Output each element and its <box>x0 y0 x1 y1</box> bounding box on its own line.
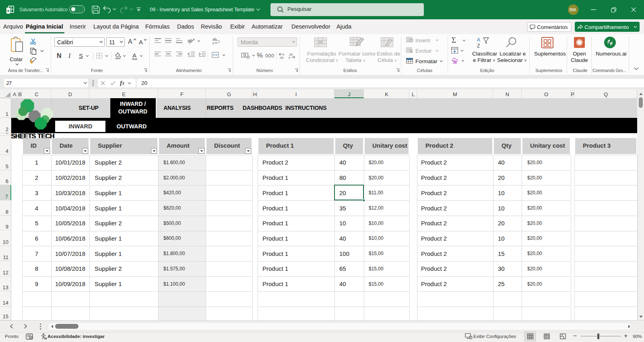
svg-text:,00: ,00 <box>279 56 283 60</box>
svg-text:x: x <box>7 8 10 13</box>
svg-text:c: c <box>213 41 215 45</box>
svg-text:0: 0 <box>289 56 290 60</box>
svg-text:A: A <box>477 37 480 43</box>
svg-text:ab: ab <box>188 38 192 43</box>
svg-text:Z: Z <box>477 43 480 49</box>
